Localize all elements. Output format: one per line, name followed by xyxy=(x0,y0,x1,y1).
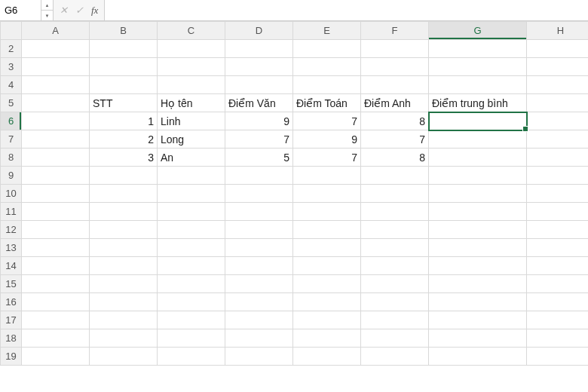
cell[interactable] xyxy=(429,257,527,275)
cell[interactable] xyxy=(361,76,429,94)
cell[interactable] xyxy=(527,58,589,76)
chevron-down-icon[interactable]: ▼ xyxy=(41,10,53,20)
cell[interactable] xyxy=(225,257,293,275)
cell[interactable] xyxy=(22,40,90,58)
cell[interactable] xyxy=(293,58,361,76)
cell[interactable] xyxy=(361,239,429,257)
row-header-7[interactable]: 7 xyxy=(1,130,22,149)
cell[interactable] xyxy=(22,203,90,221)
cell[interactable] xyxy=(158,58,225,76)
cell[interactable] xyxy=(429,348,527,366)
cell[interactable] xyxy=(527,348,589,366)
cell[interactable] xyxy=(90,203,158,221)
cell[interactable] xyxy=(158,76,225,94)
table-cell-anh[interactable]: 8 xyxy=(361,149,429,167)
cell[interactable] xyxy=(158,167,225,185)
cell[interactable] xyxy=(293,311,361,329)
cell[interactable] xyxy=(22,239,90,257)
cell[interactable] xyxy=(158,275,225,293)
row-header-13[interactable]: 13 xyxy=(1,239,22,257)
cell[interactable] xyxy=(90,257,158,275)
table-cell-toan[interactable]: 9 xyxy=(293,130,361,149)
cell[interactable] xyxy=(429,293,527,311)
cell[interactable] xyxy=(429,221,527,239)
cell[interactable] xyxy=(527,167,589,185)
cell[interactable] xyxy=(158,257,225,275)
table-cell-stt[interactable]: 2 xyxy=(90,130,158,149)
cell[interactable] xyxy=(361,311,429,329)
cell[interactable] xyxy=(527,185,589,203)
cell[interactable] xyxy=(90,185,158,203)
table-cell-ho-ten[interactable]: Linh xyxy=(158,112,225,130)
chevron-up-icon[interactable]: ▲ xyxy=(41,0,53,10)
row-header-15[interactable]: 15 xyxy=(1,275,22,293)
cell[interactable] xyxy=(225,167,293,185)
cell[interactable] xyxy=(293,329,361,348)
table-cell-tb[interactable] xyxy=(429,130,527,149)
row-header-9[interactable]: 9 xyxy=(1,167,22,185)
cell[interactable] xyxy=(90,329,158,348)
col-header-H[interactable]: H xyxy=(527,22,589,40)
name-box-spinner[interactable]: ▲ ▼ xyxy=(41,0,53,20)
table-header-diem-tb[interactable]: Điểm trung bình xyxy=(429,94,527,112)
cell[interactable] xyxy=(22,94,90,112)
cell[interactable] xyxy=(22,275,90,293)
table-header-ho-ten[interactable]: Họ tên xyxy=(158,94,225,112)
cell[interactable] xyxy=(361,257,429,275)
cell[interactable] xyxy=(225,58,293,76)
cell[interactable] xyxy=(158,40,225,58)
select-all-corner[interactable] xyxy=(1,22,22,40)
cell[interactable] xyxy=(22,167,90,185)
cell[interactable] xyxy=(158,203,225,221)
cell[interactable] xyxy=(90,40,158,58)
cell[interactable] xyxy=(527,203,589,221)
cell[interactable] xyxy=(429,275,527,293)
cell[interactable] xyxy=(429,239,527,257)
row-header-16[interactable]: 16 xyxy=(1,293,22,311)
cell[interactable] xyxy=(22,76,90,94)
cell[interactable] xyxy=(293,348,361,366)
cell[interactable] xyxy=(527,311,589,329)
col-header-E[interactable]: E xyxy=(293,22,361,40)
cell[interactable] xyxy=(225,239,293,257)
table-header-stt[interactable]: STT xyxy=(90,94,158,112)
table-cell-stt[interactable]: 3 xyxy=(90,149,158,167)
cell[interactable] xyxy=(22,311,90,329)
cell[interactable] xyxy=(361,221,429,239)
cell[interactable] xyxy=(158,239,225,257)
cell[interactable] xyxy=(361,40,429,58)
cell[interactable] xyxy=(527,275,589,293)
table-cell-stt[interactable]: 1 xyxy=(90,112,158,130)
cell[interactable] xyxy=(293,203,361,221)
cell[interactable] xyxy=(293,275,361,293)
row-header-10[interactable]: 10 xyxy=(1,185,22,203)
col-header-B[interactable]: B xyxy=(90,22,158,40)
cell[interactable] xyxy=(527,257,589,275)
cell[interactable] xyxy=(293,76,361,94)
cell[interactable] xyxy=(225,293,293,311)
cell[interactable] xyxy=(22,293,90,311)
col-header-C[interactable]: C xyxy=(158,22,225,40)
cell[interactable] xyxy=(293,293,361,311)
cell[interactable] xyxy=(225,311,293,329)
cell[interactable] xyxy=(22,348,90,366)
row-header-5[interactable]: 5 xyxy=(1,94,22,112)
row-header-19[interactable]: 19 xyxy=(1,348,22,366)
cell[interactable] xyxy=(527,239,589,257)
cell[interactable] xyxy=(527,76,589,94)
cell[interactable] xyxy=(90,58,158,76)
row-header-8[interactable]: 8 xyxy=(1,149,22,167)
cell[interactable] xyxy=(90,76,158,94)
cell[interactable] xyxy=(158,185,225,203)
cell[interactable] xyxy=(527,149,589,167)
cell[interactable] xyxy=(158,329,225,348)
row-header-17[interactable]: 17 xyxy=(1,311,22,329)
cell[interactable] xyxy=(22,185,90,203)
row-header-14[interactable]: 14 xyxy=(1,257,22,275)
cell[interactable] xyxy=(158,221,225,239)
cell[interactable] xyxy=(90,167,158,185)
table-header-diem-van[interactable]: Điểm Văn xyxy=(225,94,293,112)
fx-icon[interactable]: fx xyxy=(91,5,98,17)
row-header-3[interactable]: 3 xyxy=(1,58,22,76)
cell[interactable] xyxy=(158,348,225,366)
